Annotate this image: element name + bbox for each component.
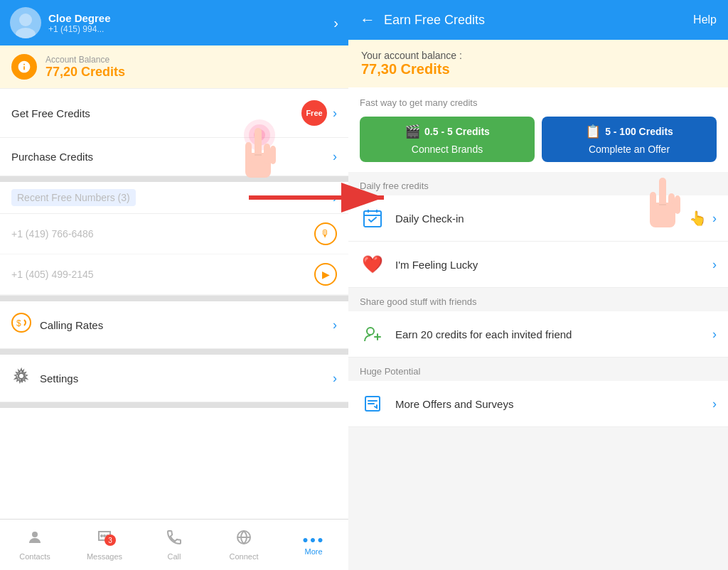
connect-brands-range: 0.5 - 5 Credits (424, 126, 490, 137)
daily-checkin-item[interactable]: Daily Check-in 👆 › (348, 195, 728, 242)
divider-4 (0, 402, 348, 408)
complete-offer-button[interactable]: 📋 5 - 100 Credits Complete an Offer (542, 117, 717, 162)
balance-info: Account Balance 77,20 Credits (46, 55, 125, 80)
credits-buttons: 🎬 0.5 - 5 Credits Connect Brands 📋 5 - 1… (360, 117, 717, 162)
complete-offer-label: Complete an Offer (589, 144, 670, 155)
complete-offer-top: 📋 5 - 100 Credits (585, 124, 673, 139)
contacts-icon (26, 529, 43, 550)
divider-1 (0, 176, 348, 182)
nav-messages-label: Messages (87, 552, 122, 561)
more-offers-item[interactable]: More Offers and Surveys › (348, 381, 728, 427)
nav-connect[interactable]: Connect (209, 520, 279, 570)
feeling-lucky-item[interactable]: ❤️ I'm Feeling Lucky › (348, 242, 728, 288)
left-panel: Cloe Degree +1 (415) 994... › Account Ba… (0, 0, 348, 570)
huge-potential-label: Huge Potential (348, 357, 728, 381)
fast-way-label: Fast way to get many credits (360, 97, 717, 108)
invite-friends-label: Earn 20 credits for each invited friend (395, 328, 712, 340)
svg-point-20 (367, 328, 374, 335)
user-name: Cloe Degree (48, 12, 333, 24)
connect-brands-top: 🎬 0.5 - 5 Credits (405, 124, 490, 139)
more-icon: ●●● (302, 534, 324, 545)
svg-point-15 (101, 535, 102, 537)
recent-item-2[interactable]: +1 (405) 499-2145 ▶ (0, 254, 348, 295)
divider-3 (0, 349, 348, 355)
right-balance-value: 77,30 Credits (361, 61, 715, 77)
recent-header[interactable]: Recent Free Numbers (3) › (0, 182, 348, 214)
purchase-credits-right: › (333, 149, 337, 164)
more-offers-icon (360, 391, 385, 416)
right-header: ← Earn Free Credits Help (348, 0, 728, 40)
recent-header-label: Recent Free Numbers (3) (11, 189, 136, 206)
nav-more[interactable]: ●●● More (279, 520, 348, 570)
bottom-nav: Contacts 3 Messages (0, 519, 348, 570)
svg-point-14 (32, 532, 38, 537)
share-section-label: Share good stuff with friends (348, 288, 728, 311)
right-balance-section: Your account balance : 77,30 Credits (348, 40, 728, 87)
svg-point-1 (16, 28, 36, 38)
nav-contacts[interactable]: Contacts (0, 520, 70, 570)
menu-item-left: Get Free Credits (11, 107, 90, 119)
svg-rect-19 (364, 211, 381, 227)
invite-friends-right: › (712, 327, 717, 342)
invite-friends-item[interactable]: Earn 20 credits for each invited friend … (348, 311, 728, 357)
connect-brands-button[interactable]: 🎬 0.5 - 5 Credits Connect Brands (360, 117, 535, 162)
recent-header-chevron-icon: › (333, 190, 337, 205)
more-offers-right: › (712, 397, 717, 412)
right-content: Daily free credits Daily Check-in 👆 › (348, 172, 728, 570)
header-info: Cloe Degree +1 (415) 994... (48, 12, 333, 34)
recent-number-2: +1 (405) 499-2145 (11, 269, 94, 280)
daily-checkin-right: 👆 › (689, 210, 717, 227)
settings-chevron-icon: › (333, 371, 337, 386)
back-arrow-icon[interactable]: ← (360, 11, 375, 29)
settings-left: Settings (11, 366, 78, 390)
nav-call[interactable]: Call (139, 520, 209, 570)
header-chevron-right-icon[interactable]: › (333, 15, 338, 31)
get-free-credits-label: Get Free Credits (11, 107, 90, 119)
calling-rates-chevron-icon: › (333, 318, 337, 333)
purchase-credits-left: Purchase Credits (11, 151, 93, 163)
svg-point-0 (19, 14, 32, 26)
get-free-credits-item[interactable]: Get Free Credits Free › (0, 89, 348, 138)
daily-checkin-icon (360, 205, 385, 231)
recent-number-1: +1 (419) 766-6486 (11, 228, 94, 240)
complete-offer-range: 5 - 100 Credits (605, 126, 673, 137)
invite-friends-chevron-icon: › (712, 327, 717, 342)
account-balance-section: Account Balance 77,20 Credits (0, 45, 348, 89)
mic-icon: 🎙 (314, 222, 337, 245)
svg-point-2 (12, 313, 31, 332)
avatar (10, 7, 41, 38)
play-icon: ▶ (314, 263, 337, 286)
left-header[interactable]: Cloe Degree +1 (415) 994... › (0, 0, 348, 45)
daily-checkin-label: Daily Check-in (395, 213, 689, 225)
right-panel: ← Earn Free Credits Help Your account ba… (348, 0, 728, 570)
settings-item[interactable]: Settings › (0, 355, 348, 402)
nav-more-label: More (304, 547, 322, 556)
divider-2 (0, 296, 348, 301)
right-header-title: Earn Free Credits (384, 13, 693, 28)
settings-label: Settings (40, 372, 78, 385)
menu-item-right: Free › (301, 100, 337, 126)
daily-checkin-chevron-icon: › (712, 211, 717, 226)
calling-rates-item[interactable]: $ Calling Rates › (0, 301, 348, 349)
purchase-credits-label: Purchase Credits (11, 151, 93, 163)
right-balance-label: Your account balance : (361, 50, 715, 61)
svg-text:$: $ (16, 318, 21, 328)
help-link[interactable]: Help (693, 14, 717, 26)
feeling-lucky-right: › (712, 257, 717, 272)
recent-item-1[interactable]: +1 (419) 766-6486 🎙 (0, 214, 348, 254)
credits-section: Fast way to get many credits 🎬 0.5 - 5 C… (348, 87, 728, 172)
purchase-credits-chevron-icon: › (333, 149, 337, 164)
purchase-credits-item[interactable]: Purchase Credits › (0, 138, 348, 176)
get-free-credits-chevron-icon: › (333, 106, 337, 121)
svg-point-4 (18, 373, 24, 379)
connect-icon (235, 529, 252, 550)
feeling-lucky-label: I'm Feeling Lucky (395, 259, 712, 271)
messages-badge: 3 (105, 534, 116, 546)
balance-value: 77,20 Credits (46, 65, 125, 80)
connect-brands-label: Connect Brands (412, 144, 483, 155)
nav-connect-label: Connect (230, 552, 259, 561)
settings-gear-icon (11, 366, 31, 386)
nav-messages[interactable]: 3 Messages (70, 520, 139, 570)
calling-rates-icon: $ (11, 313, 31, 333)
touch-hint-icon: 👆 (689, 210, 707, 227)
